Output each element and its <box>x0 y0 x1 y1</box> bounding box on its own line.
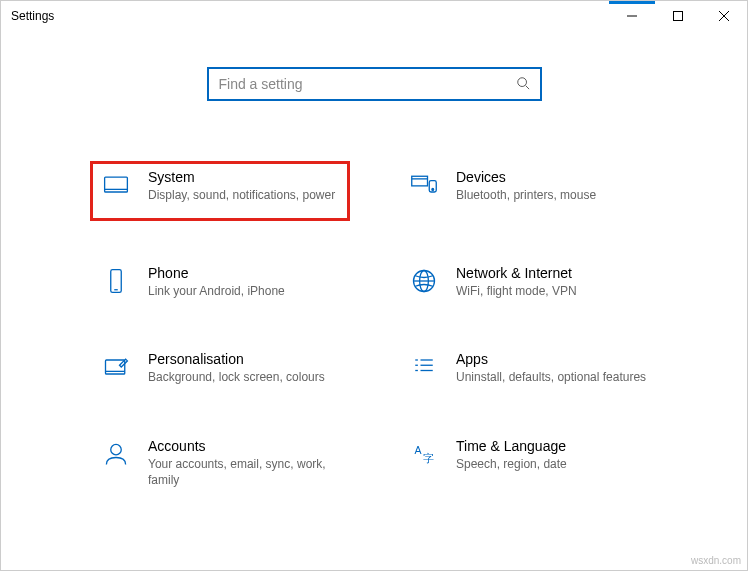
tile-title: Time & Language <box>456 438 567 454</box>
tile-system[interactable]: System Display, sound, notifications, po… <box>90 161 350 221</box>
devices-icon <box>408 169 440 201</box>
tile-title: Network & Internet <box>456 265 577 281</box>
system-icon <box>100 169 132 201</box>
close-button[interactable] <box>701 1 747 31</box>
tile-personalisation[interactable]: Personalisation Background, lock screen,… <box>90 343 350 393</box>
settings-grid: System Display, sound, notifications, po… <box>1 161 747 496</box>
svg-point-11 <box>432 189 434 191</box>
svg-rect-12 <box>111 270 122 293</box>
tile-desc: Uninstall, defaults, optional features <box>456 369 646 385</box>
svg-rect-1 <box>674 12 683 21</box>
tile-desc: Link your Android, iPhone <box>148 283 285 299</box>
tile-accounts[interactable]: Accounts Your accounts, email, sync, wor… <box>90 430 350 496</box>
search-input[interactable] <box>219 76 516 92</box>
tile-desc: Display, sound, notifications, power <box>148 187 335 203</box>
search-box[interactable] <box>207 67 542 101</box>
tile-desc: Bluetooth, printers, mouse <box>456 187 596 203</box>
svg-rect-8 <box>412 176 428 186</box>
tile-title: Devices <box>456 169 596 185</box>
tile-title: Phone <box>148 265 285 281</box>
watermark: wsxdn.com <box>691 555 741 566</box>
titlebar: Settings <box>1 1 747 31</box>
tile-time-language[interactable]: A字 Time & Language Speech, region, date <box>398 430 658 496</box>
tile-desc: Speech, region, date <box>456 456 567 472</box>
tile-desc: Background, lock screen, colours <box>148 369 325 385</box>
accounts-icon <box>100 438 132 470</box>
svg-point-25 <box>111 444 122 455</box>
tile-title: Apps <box>456 351 646 367</box>
tile-network[interactable]: Network & Internet WiFi, flight mode, VP… <box>398 257 658 307</box>
window-controls <box>609 1 747 31</box>
window-title: Settings <box>11 9 54 23</box>
phone-icon <box>100 265 132 297</box>
titlebar-accent <box>609 1 655 4</box>
svg-point-4 <box>517 77 526 86</box>
minimize-button[interactable] <box>609 1 655 31</box>
tile-phone[interactable]: Phone Link your Android, iPhone <box>90 257 350 307</box>
personalisation-icon <box>100 351 132 383</box>
svg-text:字: 字 <box>423 451 434 463</box>
svg-text:A: A <box>414 444 421 456</box>
tile-title: System <box>148 169 335 185</box>
apps-icon <box>408 351 440 383</box>
time-language-icon: A字 <box>408 438 440 470</box>
svg-line-5 <box>525 85 529 89</box>
globe-icon <box>408 265 440 297</box>
tile-devices[interactable]: Devices Bluetooth, printers, mouse <box>398 161 658 221</box>
tile-desc: Your accounts, email, sync, work, family <box>148 456 340 488</box>
maximize-button[interactable] <box>655 1 701 31</box>
tile-apps[interactable]: Apps Uninstall, defaults, optional featu… <box>398 343 658 393</box>
tile-title: Accounts <box>148 438 340 454</box>
tile-title: Personalisation <box>148 351 325 367</box>
search-icon <box>516 76 530 93</box>
tile-desc: WiFi, flight mode, VPN <box>456 283 577 299</box>
